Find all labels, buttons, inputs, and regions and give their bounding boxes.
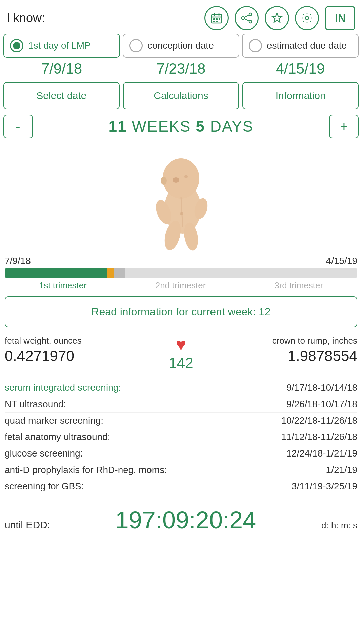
edd-label: until EDD: — [5, 519, 50, 531]
settings-icon[interactable] — [295, 6, 319, 30]
med-row-serum: serum integrated screening: 9/17/18-10/1… — [5, 380, 357, 396]
fetus-area — [0, 142, 362, 256]
svg-line-22 — [310, 14, 311, 15]
header-icons: IN — [204, 6, 355, 30]
trimester-1-label: 1st trimester — [39, 280, 87, 291]
weeks-number: 11 — [108, 118, 127, 135]
calendar-icon[interactable] — [204, 6, 229, 30]
med-key-nt: NT ultrasound: — [5, 399, 66, 410]
edd-row: until EDD: 197:09:20:24 d: h: m: s — [0, 503, 362, 540]
progress-gray-dark — [114, 268, 125, 278]
svg-point-30 — [173, 177, 179, 183]
radio-circle-due — [249, 39, 262, 52]
select-date-button[interactable]: Select date — [3, 82, 120, 109]
med-row-nt: NT ultrasound: 9/26/18-10/17/18 — [5, 396, 357, 413]
action-buttons: Select date Calculations Information — [0, 82, 362, 109]
fetal-weight-label: fetal weight, ounces — [5, 336, 161, 346]
svg-point-11 — [249, 20, 252, 23]
divider-3 — [5, 501, 357, 501]
due-date: 4/15/19 — [242, 60, 359, 77]
read-info-button[interactable]: Read information for current week: 12 — [5, 296, 357, 327]
med-key-anatomy: fetal anatomy ultrasound: — [5, 432, 110, 442]
svg-point-9 — [249, 13, 252, 16]
trimester-3-label: 3rd trimester — [274, 280, 323, 291]
edd-timer: 197:09:20:24 — [55, 506, 316, 534]
med-val-gbs: 3/11/19-3/25/19 — [292, 481, 357, 492]
med-row-glucose: glucose screening: 12/24/18-1/21/19 — [5, 445, 357, 462]
edd-units: d: h: m: s — [321, 520, 357, 531]
week-display: 11 WEEKS 5 DAYS — [33, 117, 329, 136]
med-row-quad: quad marker screening: 10/22/18-11/26/18 — [5, 413, 357, 429]
crown-rump-block: crown to rump, inches 1.9878554 — [201, 336, 357, 364]
radio-group: 1st day of LMP conception date estimated… — [0, 34, 362, 58]
fetal-weight-value: 0.4271970 — [5, 347, 161, 364]
days-number: 5 — [196, 118, 205, 135]
radio-lmp[interactable]: 1st day of LMP — [3, 34, 120, 58]
weeks-text: WEEKS — [127, 118, 196, 135]
svg-marker-14 — [272, 13, 282, 22]
decrement-week-button[interactable]: - — [3, 115, 33, 138]
med-val-anatomy: 11/12/18-11/26/18 — [281, 432, 357, 442]
med-key-quad: quad marker screening: — [5, 415, 103, 426]
progress-green — [5, 268, 107, 278]
header-label: I know: — [7, 11, 45, 25]
fetus-image — [134, 150, 228, 251]
divider-1 — [5, 334, 357, 334]
progress-bar — [5, 268, 357, 278]
med-key-glucose: glucose screening: — [5, 448, 83, 459]
star-icon[interactable] — [265, 6, 289, 30]
lmp-date: 7/9/18 — [3, 60, 120, 77]
med-val-antid: 1/21/19 — [326, 465, 357, 475]
language-button[interactable]: IN — [325, 6, 355, 30]
divider-2 — [5, 378, 357, 378]
days-text: DAYS — [205, 118, 254, 135]
svg-rect-5 — [216, 18, 218, 20]
med-key-gbs: screening for GBS: — [5, 481, 84, 492]
svg-rect-8 — [216, 21, 218, 22]
increment-week-button[interactable]: + — [329, 115, 359, 138]
radio-due[interactable]: estimated due date — [242, 34, 359, 58]
med-val-quad: 10/22/18-11/26/18 — [281, 415, 357, 426]
progress-end-date: 4/15/19 — [326, 256, 357, 266]
progress-dates: 7/9/18 4/15/19 — [5, 256, 357, 266]
radio-circle-lmp — [10, 39, 23, 52]
med-val-serum: 9/17/18-10/14/18 — [286, 382, 357, 393]
med-row-gbs: screening for GBS: 3/11/19-3/25/19 — [5, 478, 357, 494]
progress-gray-light — [125, 268, 357, 278]
med-row-anatomy: fetal anatomy ultrasound: 11/12/18-11/26… — [5, 429, 357, 445]
crown-rump-label: crown to rump, inches — [201, 336, 357, 346]
radio-circle-conception — [129, 39, 143, 52]
med-val-nt: 9/26/18-10/17/18 — [286, 399, 357, 410]
conception-date: 7/23/18 — [123, 60, 239, 77]
svg-line-13 — [244, 19, 249, 21]
header: I know: — [0, 0, 362, 34]
calculations-button[interactable]: Calculations — [123, 82, 239, 109]
radio-label-due: estimated due date — [267, 40, 347, 51]
radio-label-lmp: 1st day of LMP — [28, 40, 91, 51]
radio-label-conception: conception date — [147, 40, 214, 51]
dates-row: 7/9/18 7/23/18 4/15/19 — [0, 60, 362, 77]
share-icon[interactable] — [235, 6, 259, 30]
progress-orange — [107, 268, 114, 278]
radio-conception[interactable]: conception date — [123, 34, 239, 58]
fetal-weight-block: fetal weight, ounces 0.4271970 — [5, 336, 161, 364]
med-key-antid: anti-D prophylaxis for RhD-neg. moms: — [5, 465, 167, 475]
stats-section: fetal weight, ounces 0.4271970 ♥ 142 cro… — [0, 336, 362, 371]
svg-rect-6 — [219, 18, 220, 20]
svg-point-25 — [163, 158, 199, 199]
svg-line-12 — [244, 15, 249, 17]
heart-rate-block: ♥ 142 — [161, 336, 201, 371]
medical-table: serum integrated screening: 9/17/18-10/1… — [0, 380, 362, 494]
svg-rect-4 — [213, 18, 215, 20]
progress-start-date: 7/9/18 — [5, 256, 31, 266]
svg-point-32 — [161, 177, 167, 185]
med-val-glucose: 12/24/18-1/21/19 — [286, 448, 357, 459]
heart-icon: ♥ — [176, 336, 186, 353]
information-button[interactable]: Information — [242, 82, 359, 109]
svg-line-20 — [303, 14, 304, 15]
svg-point-10 — [242, 17, 244, 19]
crown-rump-value: 1.9878554 — [201, 347, 357, 364]
heart-rate-value: 142 — [169, 355, 193, 371]
trimester-2-label: 2nd trimester — [155, 280, 206, 291]
svg-rect-7 — [213, 21, 215, 22]
